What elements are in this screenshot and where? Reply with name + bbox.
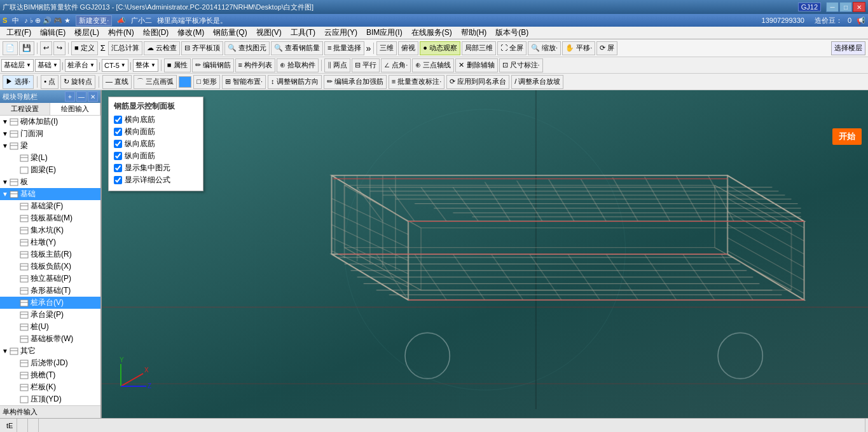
viewport[interactable]: 钢筋显示控制面板 横向底筋 横向面筋 纵向底筋 纵向面筋: [102, 90, 868, 418]
find-element-btn[interactable]: 🔍 查找图元: [224, 41, 270, 55]
select-btn[interactable]: ▶ 选择·: [3, 75, 34, 89]
tree-item-0[interactable]: ▼砌体加筋(I): [0, 116, 100, 128]
tree-item-2[interactable]: ▼梁: [0, 140, 100, 152]
new-change-btn[interactable]: 新建变更·: [76, 15, 112, 26]
menu-item-modify[interactable]: 修改(M): [174, 26, 208, 39]
tree-item-17[interactable]: 桩(U): [0, 321, 100, 333]
layer-dropdown[interactable]: 基础层 ▼: [1, 59, 34, 72]
sublayer-selector[interactable]: 基础 ▼: [35, 59, 60, 72]
nav-close-btn[interactable]: ✕: [88, 91, 98, 102]
tree-item-11[interactable]: 筏板主筋(R): [0, 248, 100, 260]
maximize-button[interactable]: □: [839, 2, 852, 12]
checkbox-show-icon[interactable]: [114, 164, 122, 172]
canvas-area[interactable]: 钢筋显示控制面板 横向底筋 横向面筋 纵向底筋 纵向面筋: [102, 90, 868, 418]
smart-layout-btn[interactable]: ⊞ 智能布置·: [222, 75, 266, 89]
tree-item-19[interactable]: ▼其它: [0, 345, 100, 357]
tree-item-15[interactable]: 桩承台(V): [0, 297, 100, 309]
checkbox-row-4[interactable]: 纵向面筋: [114, 151, 198, 161]
undo-btn[interactable]: ↩: [40, 41, 52, 55]
pick-component-btn[interactable]: ⊕ 拾取构件: [277, 58, 319, 72]
tab-project-settings[interactable]: 工程设置: [0, 103, 50, 115]
pan-btn[interactable]: ✋ 平移·: [562, 41, 595, 55]
tree-item-14[interactable]: 条形基础(T): [0, 285, 100, 297]
tree-item-12[interactable]: 筏板负筋(X): [0, 260, 100, 273]
menu-item-draw[interactable]: 绘图(D): [139, 26, 173, 39]
tree-item-9[interactable]: 集水坑(K): [0, 224, 100, 236]
check-rebar-btn[interactable]: 🔍 查看钢筋量: [271, 41, 323, 55]
sublayer-dropdown[interactable]: 基础 ▼: [35, 59, 60, 72]
define-btn[interactable]: ■ 定义: [71, 41, 98, 55]
scope-dropdown[interactable]: 整体 ▼: [133, 59, 158, 72]
arc-btn[interactable]: ⌒ 三点画弧: [134, 75, 177, 89]
3d-btn[interactable]: 三维: [376, 41, 397, 55]
flat-board-btn[interactable]: ⊟ 齐平板顶: [181, 41, 223, 55]
tree-item-18[interactable]: 基础板带(W): [0, 333, 100, 345]
fullscreen-btn[interactable]: ⛶ 全屏: [497, 41, 527, 55]
menu-item-file[interactable]: 工程(F): [3, 26, 35, 39]
nav-collapse-all-btn[interactable]: +: [65, 91, 75, 102]
tree-item-5[interactable]: ▼板: [0, 176, 100, 188]
tree-item-21[interactable]: 挑檐(T): [0, 369, 100, 381]
point-angle-btn[interactable]: ∠ 点角·: [381, 58, 411, 72]
tree-item-1[interactable]: ▼门面洞: [0, 128, 100, 140]
tree-item-23[interactable]: 压顶(YD): [0, 393, 100, 405]
checkbox-vertical-bottom[interactable]: [114, 140, 122, 148]
scope-selector[interactable]: 整体 ▼: [133, 59, 158, 72]
three-axis-btn[interactable]: ⊕ 三点轴线: [412, 58, 454, 72]
two-point-btn[interactable]: ‖ 两点: [324, 58, 350, 72]
close-button[interactable]: ✕: [853, 2, 865, 12]
menu-item-rebar[interactable]: 钢筋量(Q): [209, 26, 251, 39]
checkbox-row-3[interactable]: 纵向底筋: [114, 138, 198, 149]
save-btn[interactable]: 💾: [19, 41, 34, 55]
tree-item-7[interactable]: 基础梁(F): [0, 200, 100, 212]
tab-draw-input[interactable]: 绘图输入: [50, 103, 100, 115]
select-floor-btn[interactable]: 选择楼层: [831, 41, 865, 55]
tree-item-4[interactable]: 圆梁(E): [0, 164, 100, 176]
line-btn[interactable]: — 直线: [102, 75, 132, 89]
adjust-dir-btn[interactable]: ↕ 调整钢筋方向: [268, 75, 322, 89]
checkbox-row-6[interactable]: 显示详细公式: [114, 175, 198, 186]
checkbox-show-formula[interactable]: [114, 176, 122, 184]
component-dropdown[interactable]: 桩承台 ▼: [65, 59, 97, 72]
menu-item-bim[interactable]: BIM应用(I): [362, 26, 406, 39]
minimize-button[interactable]: ─: [826, 2, 839, 12]
checkbox-row-1[interactable]: 横向底筋: [114, 114, 198, 125]
tree-item-20[interactable]: 后浇带(JD): [0, 357, 100, 369]
menu-item-floor[interactable]: 楼层(L): [71, 26, 103, 39]
layer-selector[interactable]: 基础层 ▼: [1, 59, 34, 72]
menu-item-version[interactable]: 版本号(B): [492, 26, 532, 39]
checkbox-horizontal-top[interactable]: [114, 128, 122, 136]
tree-item-16[interactable]: 承台梁(P): [0, 309, 100, 321]
checkbox-row-5[interactable]: 显示集中图元: [114, 163, 198, 173]
nav-expand-all-btn[interactable]: —: [76, 91, 86, 102]
batch-select-btn[interactable]: ≡ 批量选择: [324, 41, 364, 55]
del-aux-btn[interactable]: ✕ 删除辅轴: [455, 58, 497, 72]
tree-item-13[interactable]: 独立基础(P): [0, 273, 100, 285]
menu-item-view[interactable]: 视图(V): [252, 26, 286, 39]
point-btn[interactable]: • 点: [41, 75, 59, 89]
top-view-btn[interactable]: 俯视: [398, 41, 418, 55]
local-3d-btn[interactable]: 局部三维: [462, 41, 496, 55]
checkbox-row-2[interactable]: 横向面筋: [114, 126, 198, 137]
parallel-btn[interactable]: ⊟ 平行: [352, 58, 380, 72]
id-selector[interactable]: CT-5 ▼: [102, 59, 128, 72]
component-list-btn[interactable]: ≡ 构件列表: [235, 58, 275, 72]
apply-same-btn[interactable]: ⟳ 应用到同名承台: [446, 75, 509, 89]
menu-item-edit[interactable]: 编辑(E): [36, 26, 69, 39]
tree-item-6[interactable]: ▼基础: [0, 188, 100, 200]
dim-mark-btn[interactable]: ⊡ 尺寸标注·: [499, 58, 543, 72]
menu-item-online[interactable]: 在线服务(S): [408, 26, 456, 39]
rotate-point-btn[interactable]: ↻ 旋转点: [60, 75, 95, 89]
redo-btn[interactable]: ↪: [53, 41, 65, 55]
edit-rebar-btn[interactable]: ✏ 编辑钢筋: [192, 58, 234, 72]
summary-btn[interactable]: 汇总计算: [108, 41, 142, 55]
tree-item-3[interactable]: 梁(L): [0, 152, 100, 164]
menu-item-cloud[interactable]: 云应用(Y): [320, 26, 361, 39]
dynamic-observe-btn[interactable]: ● 动态观察: [420, 41, 460, 55]
menu-item-help[interactable]: 帮助(H): [457, 26, 491, 39]
menu-item-tools[interactable]: 工具(T): [287, 26, 319, 39]
new-btn[interactable]: 📄: [3, 41, 18, 55]
menu-item-component[interactable]: 构件(N): [104, 26, 138, 39]
tree-item-22[interactable]: 栏板(K): [0, 381, 100, 393]
tree-item-10[interactable]: 柱墩(Y): [0, 236, 100, 248]
